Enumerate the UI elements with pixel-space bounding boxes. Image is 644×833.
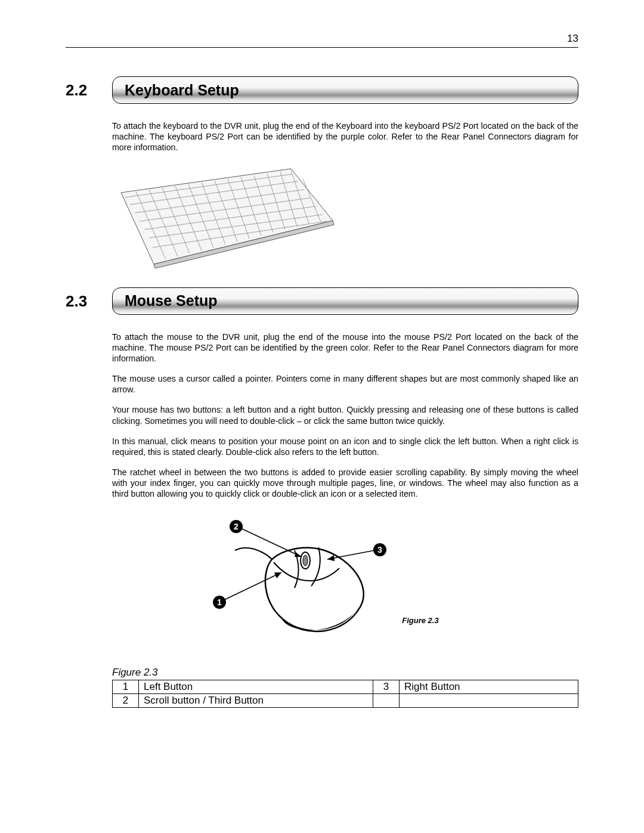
paragraph: In this manual, click means to position …	[112, 436, 578, 457]
mouse-icon: 2 3 1	[205, 518, 396, 643]
section-heading-mouse: 2.3 Mouse Setup	[66, 287, 578, 315]
keyboard-icon	[112, 164, 339, 268]
svg-line-25	[241, 528, 302, 557]
keyboard-illustration	[112, 164, 578, 271]
callout-one: 1	[217, 597, 222, 607]
figure-caption: Figure 2.3	[112, 667, 578, 679]
callout-two: 2	[234, 522, 239, 531]
section-number: 2.3	[66, 287, 112, 315]
figure-caption-inline: Figure 2.3	[402, 616, 438, 625]
legend-num: 3	[373, 680, 400, 693]
legend-num	[373, 693, 400, 707]
section-title: Keyboard Setup	[125, 82, 239, 99]
section-body-keyboard: To attach the keyboard to the DVR unit, …	[112, 120, 578, 153]
section-title-bar: Keyboard Setup	[112, 76, 578, 104]
paragraph: The mouse uses a cursor called a pointer…	[112, 373, 578, 395]
section-title: Mouse Setup	[125, 292, 218, 309]
table-row: 2 Scroll button / Third Button	[113, 693, 578, 707]
legend-num: 1	[113, 680, 139, 693]
legend-label: Right Button	[400, 680, 578, 693]
document-page: 13 2.2 Keyboard Setup To attach the keyb…	[0, 0, 644, 833]
paragraph: To attach the keyboard to the DVR unit, …	[112, 120, 578, 153]
section-title-bar: Mouse Setup	[112, 287, 578, 315]
legend-table: 1 Left Button 3 Right Button 2 Scroll bu…	[112, 680, 578, 708]
paragraph: The ratchet wheel in between the two but…	[112, 467, 578, 500]
section-number: 2.2	[66, 76, 112, 104]
mouse-illustration: 2 3 1 Figure 2.3	[66, 518, 578, 643]
page-number: 13	[66, 33, 578, 48]
legend-label: Left Button	[139, 680, 373, 693]
section-body-mouse: To attach the mouse to the DVR unit, plu…	[112, 332, 578, 500]
legend-label: Scroll button / Third Button	[139, 693, 373, 707]
table-row: 1 Left Button 3 Right Button	[113, 680, 578, 693]
svg-point-24	[303, 555, 308, 566]
callout-three: 3	[377, 545, 382, 555]
legend-num: 2	[113, 693, 139, 707]
section-heading-keyboard: 2.2 Keyboard Setup	[66, 76, 578, 104]
paragraph: To attach the mouse to the DVR unit, plu…	[112, 332, 578, 364]
legend-label	[400, 693, 578, 707]
paragraph: Your mouse has two buttons: a left butto…	[112, 404, 578, 426]
